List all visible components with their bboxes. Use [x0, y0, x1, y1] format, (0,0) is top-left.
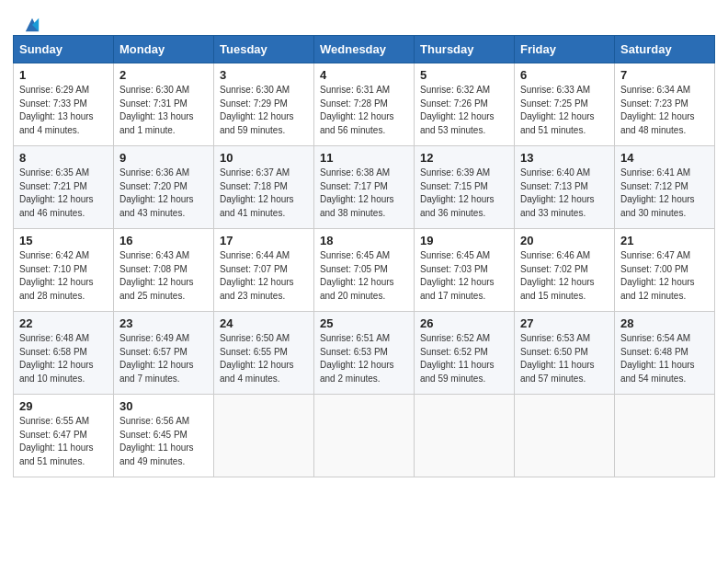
calendar-cell: 30Sunrise: 6:56 AMSunset: 6:45 PMDayligh… [114, 395, 214, 477]
cell-info: Sunrise: 6:31 AMSunset: 7:28 PMDaylight:… [320, 84, 408, 137]
cell-info: Sunrise: 6:46 AMSunset: 7:02 PMDaylight:… [520, 249, 609, 303]
cell-info: Sunrise: 6:44 AMSunset: 7:07 PMDaylight:… [220, 249, 308, 303]
cell-info: Sunrise: 6:35 AMSunset: 7:21 PMDaylight:… [19, 167, 108, 220]
day-number: 24 [220, 316, 308, 330]
day-number: 28 [620, 316, 709, 330]
cell-info: Sunrise: 6:55 AMSunset: 6:47 PMDaylight:… [19, 415, 108, 468]
day-header-thursday: Thursday [415, 36, 515, 63]
calendar-cell: 18Sunrise: 6:45 AMSunset: 7:05 PMDayligh… [314, 229, 415, 312]
day-number: 29 [19, 399, 108, 413]
calendar-cell [615, 395, 715, 477]
calendar-cell: 23Sunrise: 6:49 AMSunset: 6:57 PMDayligh… [114, 312, 214, 395]
logo-icon [24, 17, 40, 33]
calendar-week-5: 29Sunrise: 6:55 AMSunset: 6:47 PMDayligh… [14, 395, 715, 477]
calendar-cell: 1Sunrise: 6:29 AMSunset: 7:33 PMDaylight… [14, 63, 114, 146]
day-number: 17 [220, 234, 308, 247]
cell-info: Sunrise: 6:42 AMSunset: 7:10 PMDaylight:… [19, 249, 108, 303]
page: SundayMondayTuesdayWednesdayThursdayFrid… [0, 0, 728, 563]
day-number: 18 [320, 234, 408, 247]
calendar-cell [314, 395, 415, 477]
calendar-cell: 19Sunrise: 6:45 AMSunset: 7:03 PMDayligh… [415, 229, 515, 312]
cell-info: Sunrise: 6:39 AMSunset: 7:15 PMDaylight:… [420, 167, 508, 220]
calendar-cell: 28Sunrise: 6:54 AMSunset: 6:48 PMDayligh… [615, 312, 715, 395]
cell-info: Sunrise: 6:45 AMSunset: 7:03 PMDaylight:… [420, 249, 508, 303]
cell-info: Sunrise: 6:48 AMSunset: 6:58 PMDaylight:… [19, 332, 108, 385]
calendar-cell: 16Sunrise: 6:43 AMSunset: 7:08 PMDayligh… [114, 229, 214, 312]
day-number: 7 [620, 68, 709, 82]
calendar-cell: 6Sunrise: 6:33 AMSunset: 7:25 PMDaylight… [515, 63, 615, 146]
day-number: 26 [420, 316, 508, 330]
calendar-cell [415, 395, 515, 477]
calendar-week-1: 1Sunrise: 6:29 AMSunset: 7:33 PMDaylight… [14, 63, 715, 146]
calendar-cell: 9Sunrise: 6:36 AMSunset: 7:20 PMDaylight… [114, 146, 214, 229]
cell-info: Sunrise: 6:34 AMSunset: 7:23 PMDaylight:… [620, 84, 709, 137]
cell-info: Sunrise: 6:29 AMSunset: 7:33 PMDaylight:… [19, 84, 108, 137]
day-header-wednesday: Wednesday [314, 36, 415, 63]
logo-text [22, 17, 40, 33]
day-number: 27 [520, 316, 609, 330]
day-number: 22 [19, 316, 108, 330]
day-number: 30 [119, 399, 208, 413]
cell-info: Sunrise: 6:32 AMSunset: 7:26 PMDaylight:… [420, 84, 508, 137]
day-header-sunday: Sunday [14, 36, 114, 63]
calendar-cell: 4Sunrise: 6:31 AMSunset: 7:28 PMDaylight… [314, 63, 415, 146]
cell-info: Sunrise: 6:51 AMSunset: 6:53 PMDaylight:… [320, 332, 408, 385]
day-number: 2 [119, 68, 208, 82]
day-number: 4 [320, 68, 408, 82]
day-number: 16 [119, 234, 208, 247]
day-number: 6 [520, 68, 609, 82]
cell-info: Sunrise: 6:36 AMSunset: 7:20 PMDaylight:… [119, 167, 208, 220]
header [0, 0, 728, 35]
day-header-friday: Friday [515, 36, 615, 63]
calendar-cell: 26Sunrise: 6:52 AMSunset: 6:52 PMDayligh… [415, 312, 515, 395]
calendar-cell: 21Sunrise: 6:47 AMSunset: 7:00 PMDayligh… [615, 229, 715, 312]
day-number: 1 [19, 68, 108, 82]
calendar-cell: 27Sunrise: 6:53 AMSunset: 6:50 PMDayligh… [515, 312, 615, 395]
calendar-cell: 22Sunrise: 6:48 AMSunset: 6:58 PMDayligh… [14, 312, 114, 395]
cell-info: Sunrise: 6:53 AMSunset: 6:50 PMDaylight:… [520, 332, 609, 385]
calendar-cell: 14Sunrise: 6:41 AMSunset: 7:12 PMDayligh… [615, 146, 715, 229]
cell-info: Sunrise: 6:30 AMSunset: 7:31 PMDaylight:… [119, 84, 208, 137]
cell-info: Sunrise: 6:33 AMSunset: 7:25 PMDaylight:… [520, 84, 609, 137]
cell-info: Sunrise: 6:40 AMSunset: 7:13 PMDaylight:… [520, 167, 609, 220]
day-number: 10 [220, 151, 308, 165]
day-number: 3 [220, 68, 308, 82]
day-number: 5 [420, 68, 508, 82]
day-number: 19 [420, 234, 508, 247]
cell-info: Sunrise: 6:49 AMSunset: 6:57 PMDaylight:… [119, 332, 208, 385]
cell-info: Sunrise: 6:45 AMSunset: 7:05 PMDaylight:… [320, 249, 408, 303]
calendar-week-4: 22Sunrise: 6:48 AMSunset: 6:58 PMDayligh… [14, 312, 715, 395]
calendar-cell [214, 395, 314, 477]
calendar-cell: 7Sunrise: 6:34 AMSunset: 7:23 PMDaylight… [615, 63, 715, 146]
cell-info: Sunrise: 6:38 AMSunset: 7:17 PMDaylight:… [320, 167, 408, 220]
calendar-cell: 15Sunrise: 6:42 AMSunset: 7:10 PMDayligh… [14, 229, 114, 312]
calendar-cell [515, 395, 615, 477]
calendar-cell: 5Sunrise: 6:32 AMSunset: 7:26 PMDaylight… [415, 63, 515, 146]
day-number: 14 [620, 151, 709, 165]
calendar-cell: 10Sunrise: 6:37 AMSunset: 7:18 PMDayligh… [214, 146, 314, 229]
calendar-cell: 17Sunrise: 6:44 AMSunset: 7:07 PMDayligh… [214, 229, 314, 312]
day-number: 8 [19, 151, 108, 165]
cell-info: Sunrise: 6:37 AMSunset: 7:18 PMDaylight:… [220, 167, 308, 220]
calendar-cell: 2Sunrise: 6:30 AMSunset: 7:31 PMDaylight… [114, 63, 214, 146]
day-number: 21 [620, 234, 709, 247]
day-header-monday: Monday [114, 36, 214, 63]
calendar: SundayMondayTuesdayWednesdayThursdayFrid… [0, 35, 728, 563]
cell-info: Sunrise: 6:30 AMSunset: 7:29 PMDaylight:… [220, 84, 308, 137]
calendar-week-3: 15Sunrise: 6:42 AMSunset: 7:10 PMDayligh… [14, 229, 715, 312]
cell-info: Sunrise: 6:52 AMSunset: 6:52 PMDaylight:… [420, 332, 508, 385]
calendar-cell: 12Sunrise: 6:39 AMSunset: 7:15 PMDayligh… [415, 146, 515, 229]
cell-info: Sunrise: 6:41 AMSunset: 7:12 PMDaylight:… [620, 167, 709, 220]
day-header-saturday: Saturday [615, 36, 715, 63]
logo [22, 17, 40, 28]
calendar-header-row: SundayMondayTuesdayWednesdayThursdayFrid… [14, 36, 715, 63]
day-number: 23 [119, 316, 208, 330]
calendar-cell: 25Sunrise: 6:51 AMSunset: 6:53 PMDayligh… [314, 312, 415, 395]
cell-info: Sunrise: 6:47 AMSunset: 7:00 PMDaylight:… [620, 249, 709, 303]
calendar-cell: 11Sunrise: 6:38 AMSunset: 7:17 PMDayligh… [314, 146, 415, 229]
day-number: 25 [320, 316, 408, 330]
calendar-cell: 8Sunrise: 6:35 AMSunset: 7:21 PMDaylight… [14, 146, 114, 229]
day-number: 12 [420, 151, 508, 165]
calendar-cell: 3Sunrise: 6:30 AMSunset: 7:29 PMDaylight… [214, 63, 314, 146]
day-number: 11 [320, 151, 408, 165]
